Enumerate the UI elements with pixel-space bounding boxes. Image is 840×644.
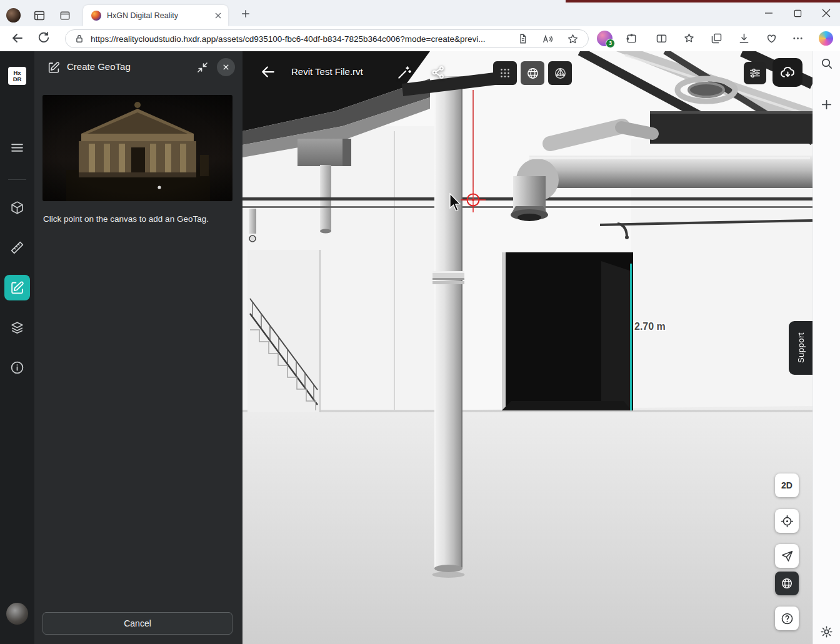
share-icon[interactable]: [430, 64, 447, 81]
extensions-icon[interactable]: [625, 32, 639, 46]
refresh-button[interactable]: [36, 31, 52, 47]
window-accent-strip: [566, 0, 840, 2]
profile-badge: 3: [606, 39, 615, 48]
cancel-button[interactable]: Cancel: [42, 612, 232, 635]
sidebar-item-3d-assets[interactable]: [9, 200, 25, 215]
geotag-preview-image: [42, 95, 232, 201]
downloads-icon[interactable]: [738, 32, 751, 46]
split-screen-icon[interactable]: [655, 32, 669, 46]
favorite-star-icon[interactable]: [567, 33, 579, 46]
create-geotag-icon: [9, 280, 25, 295]
tab-close-icon[interactable]: [213, 11, 223, 21]
maximize-button[interactable]: [788, 4, 808, 22]
toggle-2d-button[interactable]: 2D: [775, 473, 799, 497]
stairs: [248, 250, 320, 412]
sidebar-search-icon[interactable]: [819, 56, 834, 71]
cloud-download-button[interactable]: [772, 58, 802, 87]
instruction-text: Click point on the canvas to add an GeoT…: [43, 214, 233, 224]
app-sidebar: Hx DR: [0, 51, 34, 644]
sidebar-item-measure-tools[interactable]: [9, 240, 25, 255]
sidebar-divider: [8, 179, 26, 180]
url-field[interactable]: https://realitycloudstudio.hxdr.app/asse…: [65, 29, 589, 48]
tab-favicon-icon: [91, 11, 101, 21]
hxdr-logo[interactable]: Hx DR: [8, 67, 26, 85]
close-window-button[interactable]: [816, 4, 836, 22]
sidebar-add-icon[interactable]: [819, 97, 834, 112]
browser-profile-avatar[interactable]: [6, 8, 21, 22]
create-geotag-panel: Create GeoTag: [34, 51, 242, 644]
browser-address-bar: https://realitycloudstudio.hxdr.app/asse…: [0, 26, 840, 52]
locate-button[interactable]: [775, 509, 799, 533]
help-button[interactable]: [775, 607, 799, 630]
close-panel-button[interactable]: [217, 58, 235, 76]
edge-sidebar-strip: [812, 51, 840, 644]
collapse-panel-icon[interactable]: [195, 60, 210, 75]
view-settings-button[interactable]: [744, 62, 766, 84]
mode-mesh-button[interactable]: [548, 61, 572, 85]
sidebar-settings-gear-icon[interactable]: [819, 625, 834, 640]
support-label: Support: [796, 332, 806, 363]
url-text: https://realitycloudstudio.hxdr.app/asse…: [91, 34, 503, 44]
mode-pointcloud-button[interactable]: [493, 61, 517, 85]
user-avatar[interactable]: [6, 603, 28, 625]
viewer-file-name: Revit Test File.rvt: [291, 66, 363, 77]
browser-essentials-icon[interactable]: [765, 32, 779, 46]
panel-header: Create GeoTag: [34, 51, 242, 84]
copilot-icon[interactable]: [819, 31, 833, 46]
orientation-button[interactable]: [775, 544, 799, 568]
favorites-icon[interactable]: [682, 32, 696, 46]
support-tab[interactable]: Support: [789, 321, 812, 375]
magic-wand-icon[interactable]: [396, 64, 413, 81]
menu-icon[interactable]: [9, 140, 25, 156]
new-tab-button[interactable]: [239, 7, 252, 20]
tab-title: HxGN Digital Reality: [107, 11, 207, 20]
read-aloud-icon[interactable]: [542, 33, 554, 46]
tab-actions-icon[interactable]: [59, 9, 71, 22]
viewer-back-button[interactable]: [259, 62, 280, 84]
edit-icon: [47, 61, 61, 74]
browser-tab-bar: HxGN Digital Reality: [0, 0, 840, 26]
site-info-lock-icon[interactable]: [74, 33, 86, 46]
viewer-canvas[interactable]: 2.70 m Revit Test File.rvt: [242, 51, 812, 644]
logo-line-1: Hx: [13, 70, 21, 76]
measurement-label: 2.70 m: [634, 321, 666, 332]
browser-tab[interactable]: HxGN Digital Reality: [83, 5, 228, 26]
3d-scene: 2.70 m: [242, 51, 812, 644]
browser-profile-button[interactable]: 3: [597, 31, 612, 46]
back-button[interactable]: [10, 31, 26, 47]
settings-menu-icon[interactable]: [791, 32, 805, 46]
workspaces-icon[interactable]: [32, 9, 46, 22]
collections-icon[interactable]: [710, 32, 724, 46]
mode-hybrid-button-active[interactable]: [521, 61, 544, 85]
minimize-button[interactable]: [759, 4, 779, 22]
globe-mode-button[interactable]: [775, 572, 799, 595]
sidebar-item-info[interactable]: [9, 360, 25, 375]
panel-title: Create GeoTag: [67, 61, 131, 72]
browser-window: HxGN Digital Reality: [0, 0, 840, 644]
sidebar-item-layers[interactable]: [9, 320, 25, 335]
sidebar-item-create-geotag-active[interactable]: [4, 275, 30, 300]
page-tools-icon[interactable]: [517, 33, 529, 46]
logo-line-2: DR: [13, 76, 22, 82]
